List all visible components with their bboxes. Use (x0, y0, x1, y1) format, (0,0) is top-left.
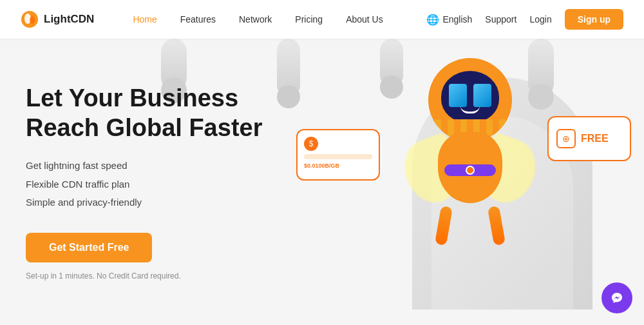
nav-login[interactable]: Login (529, 14, 551, 25)
target-icon: ⊕ (556, 129, 576, 148)
bullet-3: Simple and privacy-friendly (26, 193, 283, 212)
leg-right (488, 206, 506, 246)
messenger-icon (609, 290, 625, 306)
navbar: LightCDN Home Features Network Pricing A… (0, 0, 644, 39)
language-label: English (442, 14, 472, 25)
leg-left (435, 206, 453, 246)
nav-support[interactable]: Support (485, 14, 516, 25)
hero-bullets: Get lightning fast speed Flexible CDN tr… (26, 157, 283, 212)
logo-icon (21, 10, 39, 28)
hero-title-line1: Let Your Business (26, 84, 238, 112)
logo-label: LightCDN (44, 13, 94, 26)
get-started-button[interactable]: Get Started Free (26, 233, 152, 262)
bee-robot-illustration (399, 58, 541, 251)
messenger-fab[interactable] (601, 282, 632, 313)
nav-right: 🌐 English Support Login Sign up (426, 9, 623, 30)
free-card: ⊕ FREE (547, 116, 631, 161)
nav-links: Home Features Network Pricing About Us (133, 14, 426, 25)
dollar-icon: $ (304, 137, 318, 151)
visor-screen-right (473, 84, 491, 107)
hero-illustration: $ $0.0100B/GB ⊕ FREE (283, 39, 644, 325)
nav-home[interactable]: Home (133, 14, 156, 25)
visor-screen-left (449, 84, 467, 107)
price-bar (304, 154, 372, 159)
hero-title: Let Your Business Reach Global Faster (26, 84, 283, 143)
hero-content: Let Your Business Reach Global Faster Ge… (0, 39, 283, 325)
price-value: $0.0100B/GB (304, 162, 372, 169)
hero-note: Set-up in 1 minutes. No Credit Card requ… (26, 271, 283, 281)
bullet-2: Flexible CDN traffic plan (26, 175, 283, 194)
bee-head (428, 58, 512, 142)
bullet-1: Get lightning fast speed (26, 157, 283, 175)
bee-body (438, 132, 502, 203)
svg-point-2 (30, 16, 35, 24)
logo[interactable]: LightCDN (21, 10, 94, 28)
hero-title-line2: Reach Global Faster (26, 114, 262, 141)
globe-icon: 🌐 (426, 14, 439, 26)
bee-belt (444, 164, 496, 176)
free-label: FREE (581, 133, 609, 144)
language-selector[interactable]: 🌐 English (426, 14, 472, 26)
nav-aboutus[interactable]: About Us (346, 14, 383, 25)
signup-button[interactable]: Sign up (565, 9, 623, 30)
nav-network[interactable]: Network (239, 14, 272, 25)
hero-section: Let Your Business Reach Global Faster Ge… (0, 39, 644, 325)
belt-gem (466, 166, 475, 175)
visor-smile (460, 106, 480, 113)
bee-visor (441, 71, 499, 123)
price-card: $ $0.0100B/GB (296, 129, 380, 181)
nav-features[interactable]: Features (180, 14, 216, 25)
nav-pricing[interactable]: Pricing (295, 14, 323, 25)
